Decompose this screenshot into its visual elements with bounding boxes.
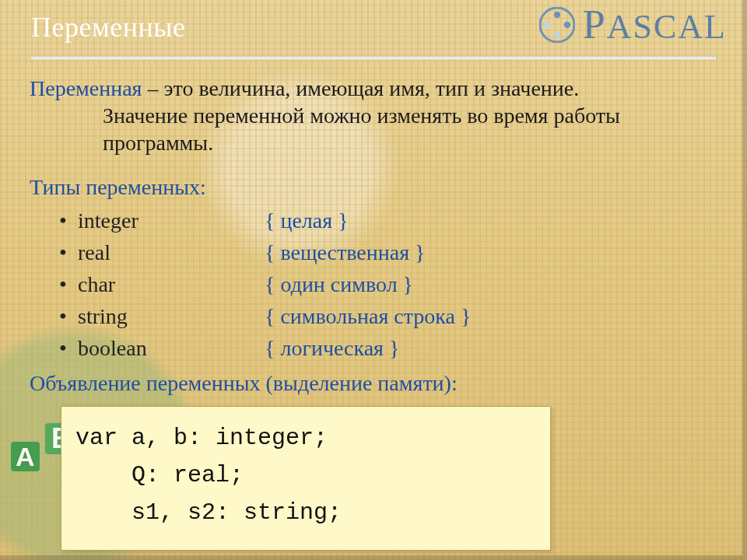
definition-text-rest: Значение переменной можно изменять во вр… (30, 102, 717, 156)
type-note: { символьная строка } (265, 303, 717, 330)
type-name: char (78, 271, 265, 298)
type-note: { целая } (265, 207, 717, 234)
list-item: • integer { целая } (59, 207, 717, 234)
type-name: boolean (78, 334, 265, 362)
svg-point-2 (564, 21, 570, 27)
types-list: • integer { целая } • real { вещественна… (30, 207, 717, 362)
declaration-heading: Объявление переменных (выделение памяти)… (30, 369, 717, 397)
code-box: var a, b: integer; Q: real; s1, s2: stri… (61, 406, 551, 551)
types-heading: Типы переменных: (30, 173, 717, 201)
definition-term: Переменная (30, 76, 142, 100)
type-note: { один символ } (265, 271, 717, 298)
brand-logo: PASCAL (539, 2, 727, 47)
type-name: real (78, 239, 265, 266)
list-item: • real { вещественная } (59, 239, 717, 266)
list-item: • string { символьная строка } (59, 303, 717, 330)
svg-point-4 (544, 21, 550, 27)
type-note: { вещественная } (265, 239, 717, 266)
definition-text-first: – это величина, имеющая имя, тип и значе… (142, 76, 580, 100)
list-item: • boolean { логическая } (59, 334, 717, 362)
svg-point-1 (554, 11, 560, 17)
type-name: integer (78, 207, 265, 234)
bullet-icon: • (59, 242, 78, 264)
list-item: • char { один символ } (59, 271, 717, 298)
type-note: { логическая } (265, 334, 717, 362)
bullet-icon: • (59, 210, 78, 232)
brand-text: PASCAL (583, 2, 727, 47)
bullet-icon: • (59, 274, 78, 296)
brand-icon (539, 7, 575, 43)
bullet-icon: • (59, 338, 78, 359)
definition-block: Переменная – это величина, имеющая имя, … (30, 75, 717, 156)
svg-point-3 (554, 31, 560, 37)
type-name: string (78, 303, 265, 330)
bullet-icon: • (59, 306, 78, 327)
